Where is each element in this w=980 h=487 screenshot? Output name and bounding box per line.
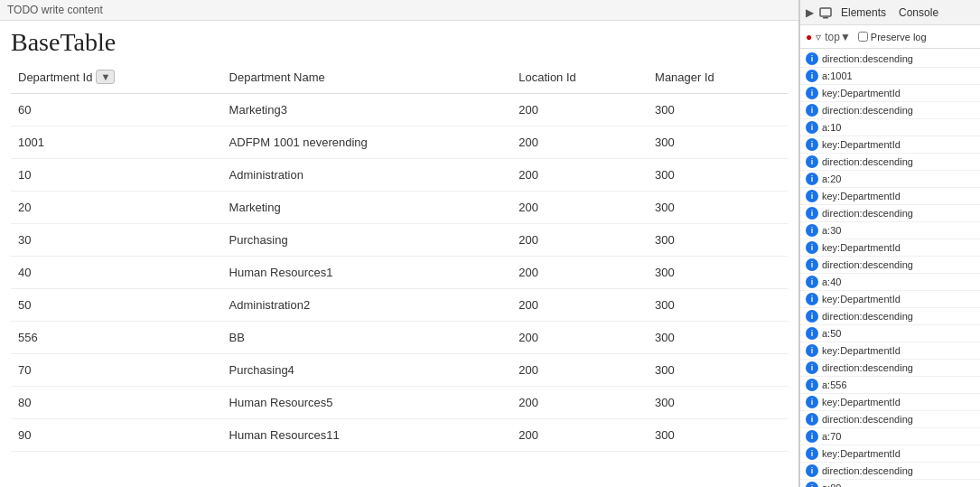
log-text: key:DepartmentId bbox=[822, 240, 901, 255]
table-row: 90Human Resources11200300 bbox=[11, 419, 788, 452]
sort-button[interactable]: ▼ bbox=[96, 70, 115, 84]
log-info-icon: i bbox=[806, 121, 818, 134]
page-title-area: BaseTable bbox=[0, 21, 798, 61]
col-location-id: Location Id bbox=[511, 61, 648, 94]
log-entry: ikey:DepartmentId bbox=[800, 291, 980, 308]
cell-manager_id: 300 bbox=[648, 224, 788, 257]
devtools-log: idirection:descendingia:1001ikey:Departm… bbox=[800, 49, 980, 487]
cell-location_id: 200 bbox=[511, 322, 648, 354]
log-info-icon: i bbox=[806, 379, 818, 391]
log-info-icon: i bbox=[806, 207, 818, 220]
cell-dept_name: Marketing bbox=[222, 192, 512, 224]
tab-console[interactable]: Console bbox=[895, 5, 942, 21]
preserve-log-checkbox[interactable] bbox=[858, 32, 868, 42]
log-entry: idirection:descending bbox=[800, 257, 980, 274]
cell-manager_id: 300 bbox=[648, 192, 788, 224]
cell-location_id: 200 bbox=[511, 126, 648, 159]
table-row: 20Marketing200300 bbox=[11, 192, 788, 224]
log-text: direction:descending bbox=[822, 206, 913, 220]
inspect-icon[interactable]: ▶ bbox=[806, 6, 814, 19]
stop-icon[interactable]: ● bbox=[806, 31, 812, 43]
device-icon[interactable] bbox=[819, 6, 832, 19]
base-table: Department Id ▼ Department Name Location… bbox=[11, 61, 788, 452]
log-text: a:80 bbox=[822, 481, 841, 487]
cell-manager_id: 300 bbox=[648, 126, 788, 159]
col-manager-id: Manager Id bbox=[648, 61, 788, 94]
log-entry: idirection:descending bbox=[800, 102, 980, 119]
log-text: a:556 bbox=[822, 378, 847, 392]
log-info-icon: i bbox=[806, 224, 818, 237]
cell-manager_id: 300 bbox=[648, 322, 788, 354]
log-entry: ia:80 bbox=[800, 480, 980, 487]
cell-dept_name: Purchasing4 bbox=[222, 354, 512, 387]
filter-icon[interactable]: ▿ bbox=[816, 31, 821, 43]
cell-location_id: 200 bbox=[511, 192, 648, 224]
log-info-icon: i bbox=[806, 52, 818, 65]
log-info-icon: i bbox=[806, 155, 818, 168]
log-entry: idirection:descending bbox=[800, 205, 980, 222]
tab-elements[interactable]: Elements bbox=[837, 5, 890, 21]
log-text: key:DepartmentId bbox=[822, 86, 901, 100]
log-info-icon: i bbox=[806, 241, 818, 254]
log-info-icon: i bbox=[806, 70, 818, 82]
cell-dept_id: 80 bbox=[11, 387, 222, 419]
cell-dept_name: ADFPM 1001 neverending bbox=[222, 126, 512, 159]
svg-rect-1 bbox=[823, 17, 828, 19]
cell-location_id: 200 bbox=[511, 387, 648, 419]
cell-dept_name: Purchasing bbox=[222, 224, 512, 257]
cell-location_id: 200 bbox=[511, 354, 648, 387]
cell-manager_id: 300 bbox=[648, 257, 788, 289]
cell-dept_name: BB bbox=[222, 322, 512, 354]
table-row: 60Marketing3200300 bbox=[11, 94, 788, 126]
cell-manager_id: 300 bbox=[648, 387, 788, 419]
table-container[interactable]: Department Id ▼ Department Name Location… bbox=[0, 61, 798, 487]
log-entry: idirection:descending bbox=[800, 463, 980, 480]
log-info-icon: i bbox=[806, 138, 818, 151]
log-entry: ikey:DepartmentId bbox=[800, 445, 980, 463]
log-info-icon: i bbox=[806, 344, 818, 357]
cell-dept_name: Human Resources1 bbox=[222, 257, 512, 289]
log-text: a:1001 bbox=[822, 69, 853, 83]
col-dept-id[interactable]: Department Id ▼ bbox=[11, 61, 222, 94]
table-row: 556BB200300 bbox=[11, 322, 788, 354]
cell-dept_id: 10 bbox=[11, 159, 222, 192]
cell-location_id: 200 bbox=[511, 94, 648, 126]
log-text: key:DepartmentId bbox=[822, 343, 901, 358]
log-entry: ikey:DepartmentId bbox=[800, 188, 980, 205]
log-entry: ikey:DepartmentId bbox=[800, 342, 980, 360]
cell-dept_id: 50 bbox=[11, 289, 222, 322]
cell-location_id: 200 bbox=[511, 224, 648, 257]
log-entry: idirection:descending bbox=[800, 411, 980, 428]
cell-location_id: 200 bbox=[511, 159, 648, 192]
todo-text: TODO write content bbox=[7, 4, 103, 16]
table-row: 70Purchasing4200300 bbox=[11, 354, 788, 387]
log-entry: idirection:descending bbox=[800, 154, 980, 171]
log-text: a:20 bbox=[822, 172, 841, 186]
log-text: a:40 bbox=[822, 275, 841, 289]
cell-dept_name: Administration2 bbox=[222, 289, 512, 322]
log-text: key:DepartmentId bbox=[822, 292, 901, 306]
log-text: direction:descending bbox=[822, 103, 913, 117]
log-text: key:DepartmentId bbox=[822, 446, 901, 461]
log-info-icon: i bbox=[806, 361, 818, 374]
log-text: direction:descending bbox=[822, 155, 913, 169]
log-entry: ia:10 bbox=[800, 119, 980, 136]
log-info-icon: i bbox=[806, 258, 818, 271]
log-entry: ikey:DepartmentId bbox=[800, 239, 980, 257]
table-body: 60Marketing32003001001ADFPM 1001 neveren… bbox=[11, 94, 788, 452]
log-text: direction:descending bbox=[822, 258, 913, 272]
preserve-log-label: Preserve log bbox=[871, 32, 927, 42]
devtools-panel: ▶ Elements Console ● ▿ top ▼ Preserve lo… bbox=[799, 0, 980, 487]
main-area: TODO write content BaseTable Department … bbox=[0, 0, 799, 487]
log-info-icon: i bbox=[806, 447, 818, 460]
cell-location_id: 200 bbox=[511, 289, 648, 322]
dropdown-top[interactable]: top ▼ bbox=[825, 31, 851, 43]
log-info-icon: i bbox=[806, 310, 818, 323]
page-title: BaseTable bbox=[11, 28, 788, 57]
log-text: a:30 bbox=[822, 223, 841, 238]
log-info-icon: i bbox=[806, 173, 818, 185]
cell-dept_name: Marketing3 bbox=[222, 94, 512, 126]
cell-dept_id: 30 bbox=[11, 224, 222, 257]
cell-manager_id: 300 bbox=[648, 419, 788, 452]
log-info-icon: i bbox=[806, 482, 818, 487]
